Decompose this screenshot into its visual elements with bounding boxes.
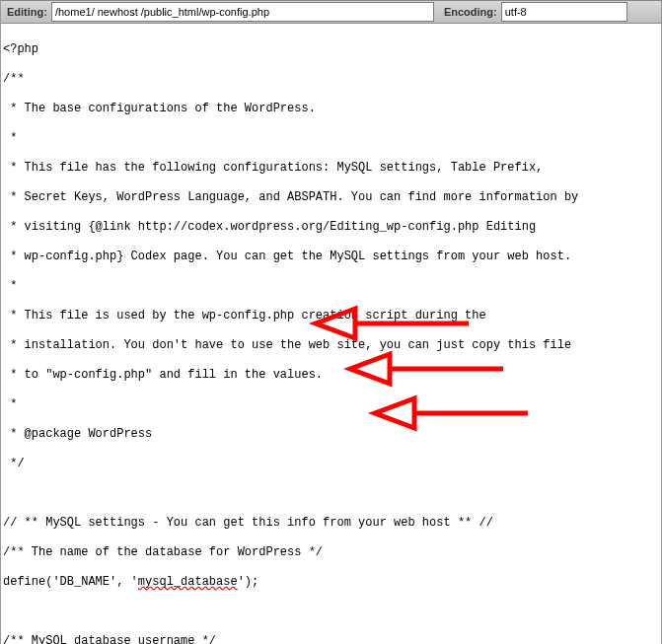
encoding-input[interactable] — [501, 2, 627, 22]
code-line: // ** MySQL settings - You can get this … — [3, 516, 661, 531]
code-line — [3, 605, 661, 619]
file-path-input[interactable] — [51, 2, 434, 22]
code-line: * — [3, 279, 661, 294]
db-name-value: mysql_database — [138, 575, 238, 589]
code-line: * The base configurations of the WordPre… — [3, 102, 661, 116]
code-line: * visiting {@link http://codex.wordpress… — [3, 220, 661, 235]
code-editor[interactable]: <?php /** * The base configurations of t… — [1, 24, 661, 644]
code-line: * — [3, 397, 661, 412]
code-line: <?php — [3, 42, 661, 57]
code-line: * installation. You don't have to use th… — [3, 338, 661, 353]
code-line: * to "wp-config.php" and fill in the val… — [3, 368, 661, 383]
code-line: * This file is used by the wp-config.php… — [3, 309, 661, 323]
code-line — [3, 486, 661, 501]
encoding-label: Encoding: — [442, 6, 501, 18]
code-line: * Secret Keys, WordPress Language, and A… — [3, 190, 661, 205]
code-line: * wp-config.php} Codex page. You can get… — [3, 250, 661, 264]
code-line: /** — [3, 72, 661, 87]
code-line: * This file has the following configurat… — [3, 161, 661, 176]
code-line: /** The name of the database for WordPre… — [3, 545, 661, 560]
toolbar: Editing: Encoding: — [1, 0, 661, 24]
code-line: */ — [3, 457, 661, 471]
code-line: * — [3, 131, 661, 146]
code-line: /** MySQL database username */ — [3, 634, 661, 644]
editing-label: Editing: — [5, 6, 51, 18]
code-line: * @package WordPress — [3, 427, 661, 442]
code-line: define('DB_NAME', 'mysql_database'); — [3, 575, 661, 590]
